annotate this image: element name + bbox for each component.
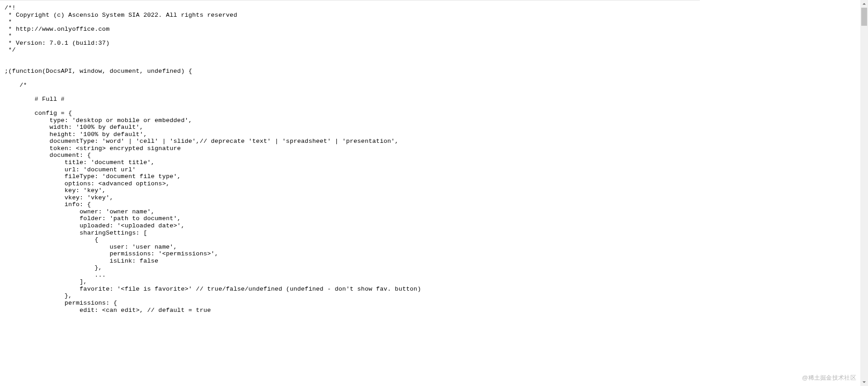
chevron-down-icon: [862, 380, 866, 384]
source-code-block: /*! * Copyright (c) Ascensio System SIA …: [0, 0, 700, 314]
watermark-text: @稀土掘金技术社区: [802, 375, 856, 381]
scrollbar-thumb[interactable]: [861, 8, 867, 26]
code-viewport[interactable]: /*! * Copyright (c) Ascensio System SIA …: [0, 0, 700, 386]
scroll-up-button[interactable]: [860, 0, 868, 8]
scroll-down-button[interactable]: [860, 378, 868, 386]
chevron-up-icon: [862, 2, 866, 6]
vertical-scrollbar[interactable]: [860, 0, 868, 386]
